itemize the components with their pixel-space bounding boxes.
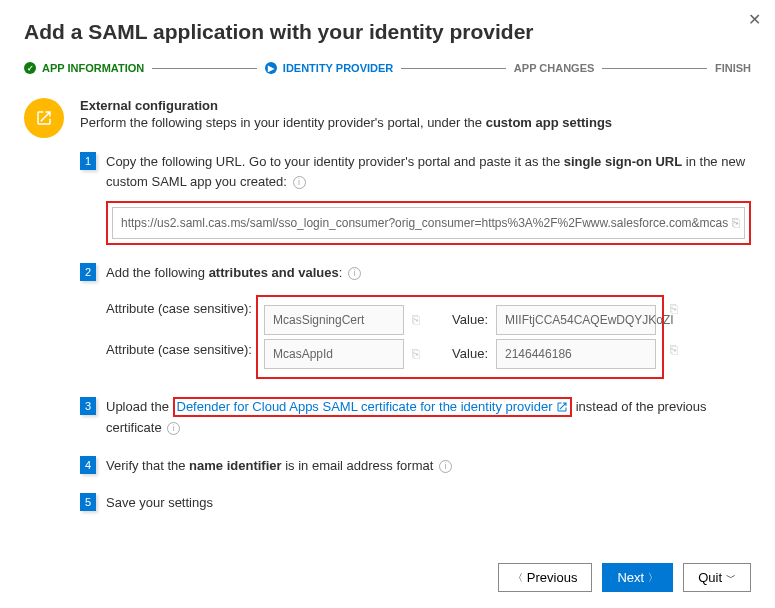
step-number: 3 (80, 397, 96, 415)
quit-button[interactable]: Quit ﹀ (683, 563, 751, 592)
instruction-step-2: 2 Add the following attributes and value… (80, 263, 751, 379)
step-number: 4 (80, 456, 96, 474)
value-label: Value: (446, 344, 488, 364)
attribute-value-input[interactable]: MIIFtjCCA54CAQEwDQYJKoZI (496, 305, 656, 335)
copy-icon[interactable]: ⎘ (412, 344, 420, 364)
external-link-icon (556, 399, 568, 419)
next-button[interactable]: Next 〉 (602, 563, 673, 592)
chevron-left-icon: 〈 (513, 571, 523, 585)
step-label: IDENTITY PROVIDER (283, 62, 393, 74)
attribute-label: Attribute (case sensitive): (106, 299, 256, 319)
check-icon: ✓ (24, 62, 36, 74)
info-icon[interactable]: i (167, 422, 180, 435)
section-heading: External configuration (80, 98, 612, 113)
certificate-link-highlight: Defender for Cloud Apps SAML certificate… (173, 397, 573, 417)
attribute-label: Attribute (case sensitive): (106, 340, 256, 360)
step-number: 2 (80, 263, 96, 281)
attribute-name-input[interactable]: McasSigningCert (264, 305, 404, 335)
copy-icon[interactable]: ⎘ (670, 299, 678, 319)
step-number: 1 (80, 152, 96, 170)
play-icon: ▶ (265, 62, 277, 74)
section-description: Perform the following steps in your iden… (80, 115, 612, 130)
attributes-highlight: McasSigningCert ⎘ Value: MIIFtjCCA54CAQE… (256, 295, 664, 379)
copy-icon[interactable]: ⎘ (670, 340, 678, 360)
wizard-stepper: ✓ APP INFORMATION ▶ IDENTITY PROVIDER AP… (24, 62, 751, 74)
step-label: APP CHANGES (514, 62, 594, 74)
external-link-icon (24, 98, 64, 138)
close-icon[interactable]: ✕ (748, 10, 761, 29)
value-label: Value: (446, 310, 488, 330)
step-app-information: ✓ APP INFORMATION (24, 62, 144, 74)
step-finish: FINISH (715, 62, 751, 74)
instruction-step-5: 5 Save your settings (80, 493, 751, 513)
step-identity-provider: ▶ IDENTITY PROVIDER (265, 62, 393, 74)
info-icon[interactable]: i (348, 267, 361, 280)
attribute-name-input[interactable]: McasAppId (264, 339, 404, 369)
instruction-step-3: 3 Upload the Defender for Cloud Apps SAM… (80, 397, 751, 438)
step-label: APP INFORMATION (42, 62, 144, 74)
previous-button[interactable]: 〈 Previous (498, 563, 593, 592)
info-icon[interactable]: i (439, 460, 452, 473)
stepper-line (602, 68, 707, 69)
info-icon[interactable]: i (293, 176, 306, 189)
stepper-line (152, 68, 257, 69)
stepper-line (401, 68, 506, 69)
dialog-title: Add a SAML application with your identit… (24, 20, 751, 44)
sso-url-field[interactable]: https://us2.saml.cas.ms/saml/sso_login_c… (112, 207, 745, 239)
step-label: FINISH (715, 62, 751, 74)
instruction-step-4: 4 Verify that the name identifier is in … (80, 456, 751, 476)
attribute-value-input[interactable]: 2146446186 (496, 339, 656, 369)
chevron-down-icon: ﹀ (726, 571, 736, 585)
copy-icon[interactable]: ⎘ (412, 310, 420, 330)
chevron-right-icon: 〉 (648, 571, 658, 585)
copy-icon[interactable]: ⎘ (732, 213, 740, 233)
step-number: 5 (80, 493, 96, 511)
sso-url-highlight: https://us2.saml.cas.ms/saml/sso_login_c… (106, 201, 751, 245)
instruction-step-1: 1 Copy the following URL. Go to your ide… (80, 152, 751, 245)
certificate-download-link[interactable]: Defender for Cloud Apps SAML certificate… (177, 399, 569, 414)
step-app-changes: APP CHANGES (514, 62, 594, 74)
